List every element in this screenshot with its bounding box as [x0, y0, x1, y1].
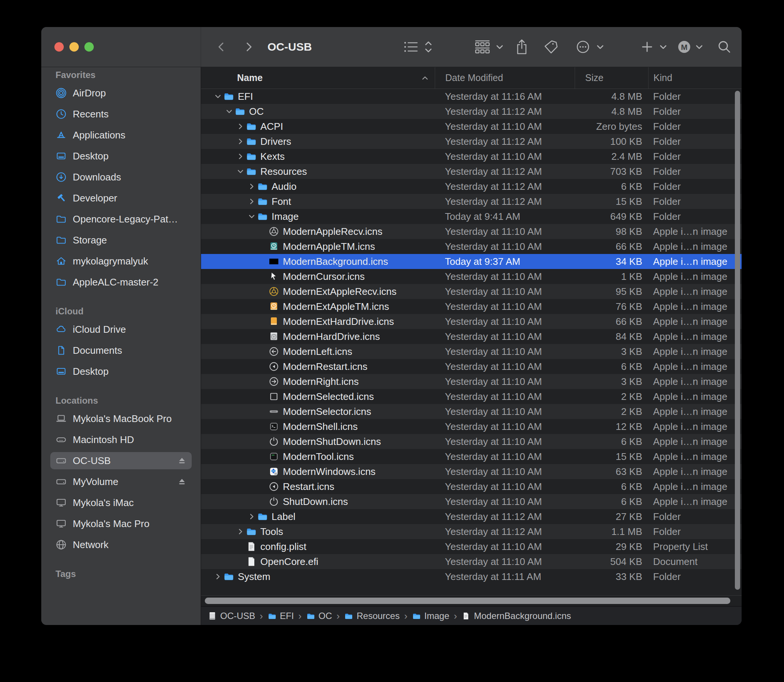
path-item-oc[interactable]: OC: [306, 611, 332, 621]
sidebar-item-mykola-s-mac-pro[interactable]: Mykola's Mac Pro: [50, 515, 192, 532]
account-avatar[interactable]: M: [677, 39, 692, 54]
folder-small-icon: [412, 612, 421, 620]
sidebar-item-desktop[interactable]: Desktop: [50, 147, 192, 165]
table-row[interactable]: AudioYesterday at 11:12 AM6 KBFolder: [201, 179, 742, 194]
sidebar-item-applications[interactable]: Applications: [50, 126, 192, 144]
avatar-chevron-down-icon[interactable]: [695, 42, 704, 51]
share-icon[interactable]: [515, 39, 529, 55]
sidebar-item-mykola-s-macbook-pro[interactable]: Mykola's MacBook Pro: [50, 410, 192, 427]
sidebar-item-mykola-s-imac[interactable]: Mykola's iMac: [50, 494, 192, 512]
add-icon[interactable]: [641, 40, 653, 53]
disclosure-open-icon[interactable]: [223, 106, 235, 117]
sidebar-item-myvolume[interactable]: MyVolume: [50, 473, 192, 490]
disclosure-open-icon[interactable]: [212, 91, 223, 102]
table-row[interactable]: ModernBackground.icnsToday at 9:37 AM34 …: [201, 254, 742, 269]
path-item-efi[interactable]: EFI: [268, 611, 294, 621]
sidebar-item-documents[interactable]: Documents: [50, 342, 192, 359]
disclosure-closed-icon[interactable]: [235, 151, 246, 162]
table-row[interactable]: ModernRight.icnsYesterday at 11:10 AM3 K…: [201, 374, 742, 389]
close-button[interactable]: [54, 42, 64, 52]
table-row[interactable]: SystemYesterday at 11:11 AM33 KBFolder: [201, 569, 742, 584]
path-item-image[interactable]: Image: [412, 611, 449, 621]
sidebar-item-macintosh-hd[interactable]: Macintosh HD: [50, 431, 192, 448]
disclosure-closed-icon[interactable]: [246, 181, 257, 192]
sidebar-item-developer[interactable]: Developer: [50, 190, 192, 207]
table-row[interactable]: config.plistYesterday at 11:10 AM29 KBPr…: [201, 539, 742, 554]
table-row[interactable]: Restart.icnsYesterday at 11:10 AM6 KBApp…: [201, 479, 742, 494]
sort-updown-icon[interactable]: [424, 39, 433, 54]
table-row[interactable]: OCYesterday at 11:12 AM4.8 MBFolder: [201, 104, 742, 119]
path-item-resources[interactable]: Resources: [344, 611, 400, 621]
table-row[interactable]: ModernExtAppleRecv.icnsYesterday at 11:1…: [201, 284, 742, 299]
disclosure-closed-icon[interactable]: [235, 121, 246, 132]
disclosure-open-icon[interactable]: [246, 211, 257, 222]
more-chevron-down-icon[interactable]: [596, 42, 605, 51]
minimize-button[interactable]: [69, 42, 79, 52]
table-row[interactable]: ACPIYesterday at 11:10 AMZero bytesFolde…: [201, 119, 742, 134]
disclosure-open-icon[interactable]: [235, 166, 246, 177]
size-cell: 6 KB: [575, 494, 648, 509]
sidebar-item-airdrop[interactable]: AirDrop: [50, 84, 192, 102]
table-row[interactable]: ModernAppleRecv.icnsYesterday at 11:10 A…: [201, 224, 742, 239]
sidebar-item-opencore-legacy-pat-[interactable]: Opencore-Legacy-Pat…: [50, 210, 192, 228]
sidebar-item-recents[interactable]: Recents: [50, 105, 192, 123]
sidebar-item-storage[interactable]: Storage: [50, 231, 192, 249]
sidebar-item-applealc-master-2[interactable]: AppleALC-master-2: [50, 274, 192, 291]
disclosure-closed-icon[interactable]: [246, 511, 257, 522]
table-row[interactable]: ToolsYesterday at 11:12 AM1.1 MBFolder: [201, 524, 742, 539]
disclosure-closed-icon[interactable]: [212, 571, 223, 582]
sidebar-item-network[interactable]: Network: [50, 536, 192, 553]
add-chevron-down-icon[interactable]: [659, 42, 668, 51]
zoom-button[interactable]: [84, 42, 94, 52]
table-row[interactable]: ModernSelector.icnsYesterday at 11:10 AM…: [201, 404, 742, 419]
column-header-name[interactable]: Name: [201, 67, 435, 89]
table-row[interactable]: ImageToday at 9:41 AM649 KBFolder: [201, 209, 742, 224]
table-row[interactable]: EFIYesterday at 11:16 AM4.8 MBFolder: [201, 89, 742, 104]
table-row[interactable]: LabelYesterday at 11:12 AM27 KBFolder: [201, 509, 742, 524]
table-row[interactable]: ModernLeft.icnsYesterday at 11:10 AM3 KB…: [201, 344, 742, 359]
table-row[interactable]: OpenCore.efiYesterday at 11:10 AM504 KBD…: [201, 554, 742, 569]
sidebar-item-downloads[interactable]: Downloads: [50, 169, 192, 186]
horizontal-scrollbar-thumb[interactable]: [205, 598, 730, 604]
group-icon[interactable]: [474, 39, 491, 54]
table-row[interactable]: ResourcesYesterday at 11:12 AM703 KBFold…: [201, 164, 742, 179]
table-row[interactable]: ModernExtHardDrive.icnsYesterday at 11:1…: [201, 314, 742, 329]
eject-icon[interactable]: [177, 456, 186, 465]
group-chevron-down-icon[interactable]: [495, 42, 504, 51]
table-row[interactable]: ModernCursor.icnsYesterday at 11:10 AM1 …: [201, 269, 742, 284]
path-item-modernbackground-icns[interactable]: ModernBackground.icns: [461, 611, 571, 621]
table-row[interactable]: ModernSelected.icnsYesterday at 11:10 AM…: [201, 389, 742, 404]
vertical-scrollbar-thumb[interactable]: [735, 91, 740, 590]
kind-cell: Apple i…n image: [648, 329, 742, 344]
sidebar-item-desktop[interactable]: Desktop: [50, 363, 192, 380]
column-header-size[interactable]: Size: [575, 67, 648, 89]
table-row[interactable]: FontYesterday at 11:12 AM15 KBFolder: [201, 194, 742, 209]
table-row[interactable]: ModernWindows.icnsYesterday at 11:10 AM6…: [201, 464, 742, 479]
eject-icon[interactable]: [177, 477, 186, 486]
table-row[interactable]: ModernHardDrive.icnsYesterday at 11:10 A…: [201, 329, 742, 344]
disclosure-closed-icon[interactable]: [246, 196, 257, 207]
tag-icon[interactable]: [543, 39, 559, 55]
table-row[interactable]: ModernShell.icnsYesterday at 11:10 AM12 …: [201, 419, 742, 434]
sidebar-item-oc-usb[interactable]: OC-USB: [50, 452, 192, 469]
table-row[interactable]: ModernExtAppleTM.icnsYesterday at 11:10 …: [201, 299, 742, 314]
sidebar-item-mykolagrymalyuk[interactable]: mykolagrymalyuk: [50, 252, 192, 270]
table-row[interactable]: ModernShutDown.icnsYesterday at 11:10 AM…: [201, 434, 742, 449]
table-row[interactable]: ShutDown.icnsYesterday at 11:10 AM6 KBAp…: [201, 494, 742, 509]
disclosure-closed-icon[interactable]: [235, 526, 246, 537]
search-icon[interactable]: [717, 40, 731, 54]
table-row[interactable]: KextsYesterday at 11:10 AM2.4 MBFolder: [201, 149, 742, 164]
column-header-kind[interactable]: Kind: [648, 67, 742, 89]
sidebar-item-icloud-drive[interactable]: iCloud Drive: [50, 321, 192, 338]
table-row[interactable]: ModernAppleTM.icnsYesterday at 11:10 AM6…: [201, 239, 742, 254]
table-row[interactable]: ModernRestart.icnsYesterday at 11:10 AM6…: [201, 359, 742, 374]
disclosure-closed-icon[interactable]: [235, 136, 246, 147]
table-row[interactable]: DriversYesterday at 11:12 AM100 KBFolder: [201, 134, 742, 149]
more-icon[interactable]: [575, 39, 590, 54]
table-row[interactable]: ModernTool.icnsYesterday at 11:10 AM15 K…: [201, 449, 742, 464]
back-icon[interactable]: [215, 40, 227, 54]
list-view-icon[interactable]: [404, 40, 419, 53]
forward-icon[interactable]: [243, 40, 255, 54]
path-item-oc-usb[interactable]: OC-USB: [208, 611, 255, 621]
column-header-date-modified[interactable]: Date Modified: [435, 67, 575, 89]
